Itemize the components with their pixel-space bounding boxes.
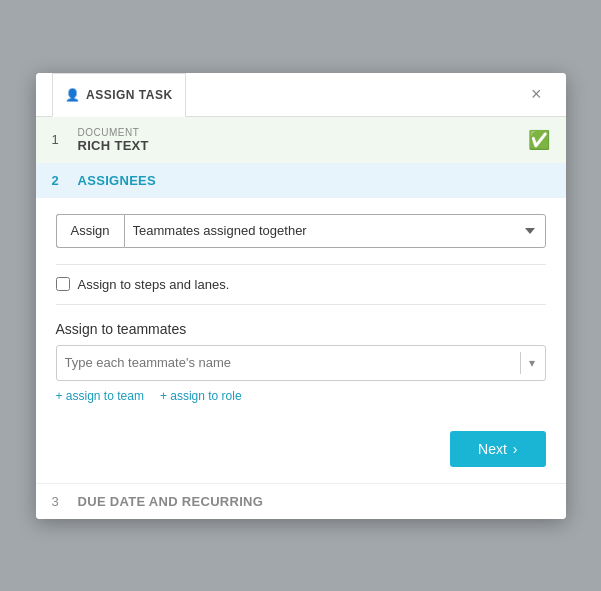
step-3-row: 3 DUE DATE AND RECURRING <box>36 483 566 519</box>
assign-to-role-link[interactable]: + assign to role <box>160 389 242 403</box>
assign-select[interactable]: Teammates assigned together Each teammat… <box>124 214 546 248</box>
backdrop: 👤 ASSIGN TASK × 1 DOCUMENT RICH TEXT ✅ 2… <box>0 0 601 591</box>
teammate-input[interactable] <box>65 355 514 370</box>
modal-body: Assign Teammates assigned together Each … <box>36 198 566 419</box>
modal-tab-label: ASSIGN TASK <box>86 88 173 102</box>
step-1-check-icon: ✅ <box>528 129 550 151</box>
next-button[interactable]: Next › <box>450 431 545 467</box>
step-1-info: DOCUMENT RICH TEXT <box>78 127 518 153</box>
teammate-input-wrapper: ▾ <box>56 345 546 381</box>
modal-header: 👤 ASSIGN TASK × <box>36 73 566 117</box>
step-3-label: DUE DATE AND RECURRING <box>78 494 550 509</box>
divider-2 <box>56 304 546 305</box>
step-1-number: 1 <box>52 132 68 147</box>
divider-1 <box>56 264 546 265</box>
next-label: Next <box>478 441 507 457</box>
assign-label: Assign <box>56 214 124 248</box>
step-2-label: ASSIGNEES <box>78 173 550 188</box>
step-3-info: DUE DATE AND RECURRING <box>78 494 550 509</box>
step-1-row: 1 DOCUMENT RICH TEXT ✅ <box>36 117 566 163</box>
teammate-dropdown-button[interactable]: ▾ <box>527 356 537 370</box>
assign-steps-checkbox[interactable] <box>56 277 70 291</box>
person-icon: 👤 <box>65 88 81 102</box>
teammates-section-title: Assign to teammates <box>56 321 546 337</box>
step-2-number: 2 <box>52 173 68 188</box>
step-1-label: RICH TEXT <box>78 138 518 153</box>
input-divider <box>520 352 521 374</box>
assign-row: Assign Teammates assigned together Each … <box>56 214 546 248</box>
next-arrow-icon: › <box>513 441 518 457</box>
modal-footer: Next › <box>36 419 566 483</box>
step-3-number: 3 <box>52 494 68 509</box>
step-2-row: 2 ASSIGNEES <box>36 163 566 198</box>
checkbox-label: Assign to steps and lanes. <box>78 277 230 292</box>
close-button[interactable]: × <box>523 81 550 107</box>
modal-tab: 👤 ASSIGN TASK <box>52 73 186 117</box>
assign-to-team-link[interactable]: + assign to team <box>56 389 144 403</box>
quick-links: + assign to team + assign to role <box>56 389 546 403</box>
step-1-sublabel: DOCUMENT <box>78 127 518 138</box>
assign-task-modal: 👤 ASSIGN TASK × 1 DOCUMENT RICH TEXT ✅ 2… <box>36 73 566 519</box>
step-2-info: ASSIGNEES <box>78 173 550 188</box>
checkbox-row: Assign to steps and lanes. <box>56 277 546 292</box>
